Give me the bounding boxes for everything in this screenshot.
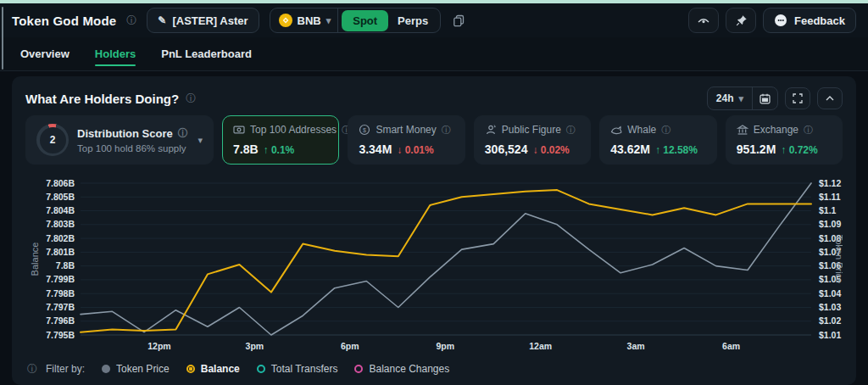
svg-text:7.801B: 7.801B <box>46 247 75 257</box>
token-name: [ASTER] Aster <box>172 14 248 27</box>
legend-balance-changes[interactable]: Balance Changes <box>354 363 449 375</box>
watchlist-button[interactable] <box>688 8 719 33</box>
info-icon[interactable]: ⓘ <box>566 126 576 135</box>
chevron-down-icon: ▾ <box>198 135 203 146</box>
chevron-up-icon <box>825 95 835 102</box>
stat-card-smart-money[interactable]: $ Smart Money ⓘ 3.34M ↓ 0.01% <box>348 115 465 165</box>
svg-text:$: $ <box>363 127 366 133</box>
time-range-value: 24h <box>716 92 734 104</box>
stat-value: 43.62M <box>610 142 650 156</box>
holders-chart[interactable]: 7.806B$1.127.805B$1.117.804B$1.17.803B$1… <box>25 170 843 360</box>
svg-text:3pm: 3pm <box>246 341 264 351</box>
info-icon[interactable]: ⓘ <box>178 128 188 138</box>
svg-text:7.795B: 7.795B <box>46 330 75 340</box>
info-icon[interactable]: ⓘ <box>126 15 136 25</box>
smart-money-icon: $ <box>359 124 370 136</box>
token-price-dot-icon <box>102 365 110 373</box>
svg-text:$1.1: $1.1 <box>819 205 837 215</box>
svg-text:6pm: 6pm <box>341 341 359 351</box>
public-figure-icon <box>485 124 497 136</box>
token-select-button[interactable]: ✎ [ASTER] Aster <box>147 8 259 33</box>
distribution-score-card[interactable]: 2 Distribution Score ⓘ Top 100 hold 86% … <box>25 115 214 165</box>
stat-label: Whale <box>627 124 656 136</box>
stat-card-top100[interactable]: Top 100 Addresses ⓘ 7.8B ↑ 0.1% <box>222 115 339 165</box>
chart-controls: 24h ▾ <box>707 86 843 110</box>
filter-label: Filter by: <box>46 363 85 375</box>
svg-text:7.8B: 7.8B <box>56 260 75 271</box>
stat-label: Exchange <box>754 124 798 136</box>
svg-text:$1.03: $1.03 <box>819 302 841 312</box>
feedback-label: Feedback <box>794 14 845 27</box>
topbar-actions: Feedback <box>688 8 856 33</box>
bnb-coin-icon <box>279 14 292 27</box>
market-switcher: BNB ▾ Spot Perps <box>270 8 442 33</box>
feedback-button[interactable]: Feedback <box>763 8 856 33</box>
calendar-icon <box>760 93 771 104</box>
svg-text:6am: 6am <box>722 341 740 351</box>
info-icon[interactable]: ⓘ <box>27 364 37 374</box>
stat-card-public-figure[interactable]: Public Figure ⓘ 306,524 ↓ 0.02% <box>474 115 591 165</box>
svg-text:7.798B: 7.798B <box>46 288 75 299</box>
chain-select[interactable]: BNB ▾ <box>279 14 338 27</box>
distribution-title: Distribution Score <box>77 127 173 140</box>
change-arrow: ↑ <box>655 144 660 156</box>
stat-label: Public Figure <box>502 124 561 136</box>
stat-label: Top 100 Addresses <box>250 124 337 136</box>
tab-pnl-leaderboard[interactable]: PnL Leaderboard <box>161 37 252 70</box>
pencil-icon: ✎ <box>158 14 166 26</box>
svg-text:3am: 3am <box>627 341 645 351</box>
svg-text:7.802B: 7.802B <box>46 233 75 243</box>
info-icon[interactable]: ⓘ <box>186 93 196 103</box>
change-arrow: ↓ <box>532 144 537 156</box>
stat-card-whale[interactable]: Whale ⓘ 43.62M ↑ 12.58% <box>599 115 716 165</box>
expand-icon <box>793 93 803 103</box>
panel-title: What Are Holders Doing? <box>25 92 179 106</box>
change-arrow: ↑ <box>781 144 786 156</box>
eye-icon <box>697 14 710 26</box>
svg-text:$1.12: $1.12 <box>819 178 841 188</box>
stat-label: Smart Money <box>376 124 436 136</box>
tab-holders[interactable]: Holders <box>95 37 136 70</box>
chart-area: 7.806B$1.127.805B$1.117.804B$1.17.803B$1… <box>25 170 843 363</box>
pin-button[interactable] <box>726 8 756 33</box>
svg-text:Balance: Balance <box>30 243 40 276</box>
stat-value: 7.8B <box>233 142 259 156</box>
svg-text:$1.02: $1.02 <box>819 315 841 326</box>
score-value: 2 <box>40 127 66 153</box>
total-transfers-dot-icon <box>257 365 265 373</box>
balance-changes-dot-icon <box>354 365 363 373</box>
left-edge-indicator <box>2 7 3 70</box>
stat-card-exchange[interactable]: Exchange ⓘ 951.2M ↑ 0.72% <box>726 115 843 165</box>
copy-icon[interactable] <box>453 14 465 27</box>
info-icon[interactable]: ⓘ <box>661 126 670 135</box>
svg-text:7.806B: 7.806B <box>46 178 75 188</box>
fullscreen-button[interactable] <box>785 87 810 109</box>
time-range-dropdown[interactable]: 24h ▾ <box>708 92 752 104</box>
legend-balance[interactable]: Balance <box>186 363 240 375</box>
svg-text:7.796B: 7.796B <box>46 315 75 326</box>
svg-text:$1.11: $1.11 <box>819 192 841 202</box>
info-icon[interactable]: ⓘ <box>804 126 813 135</box>
calendar-button[interactable] <box>752 87 777 109</box>
info-icon[interactable]: ⓘ <box>442 126 451 135</box>
legend-total-transfers[interactable]: Total Transfers <box>257 363 338 375</box>
legend-token-price[interactable]: Token Price <box>102 363 170 375</box>
page-title: Token God Mode <box>12 14 116 28</box>
balance-dot-icon <box>186 365 195 373</box>
chevron-down-icon: ▾ <box>738 93 743 104</box>
change-arrow: ↓ <box>397 144 402 156</box>
spot-tab[interactable]: Spot <box>342 10 388 31</box>
tab-overview[interactable]: Overview <box>20 37 70 70</box>
svg-text:7.797B: 7.797B <box>46 302 75 312</box>
whale-icon <box>610 124 622 136</box>
holders-panel: What Are Holders Doing? ⓘ 24h ▾ <box>12 76 856 385</box>
collapse-button[interactable] <box>817 87 843 109</box>
banknote-icon <box>233 124 245 136</box>
chevron-down-icon: ▾ <box>326 15 331 26</box>
svg-text:$1.01: $1.01 <box>819 330 841 340</box>
stat-value: 3.34M <box>359 142 392 156</box>
perps-tab[interactable]: Perps <box>388 14 437 27</box>
topbar: Token God Mode ⓘ ✎ [ASTER] Aster BNB ▾ S… <box>0 3 868 37</box>
filter-bar: ⓘ Filter by: Token Price Balance Total T… <box>25 363 843 380</box>
svg-text:$1.04: $1.04 <box>819 288 841 299</box>
